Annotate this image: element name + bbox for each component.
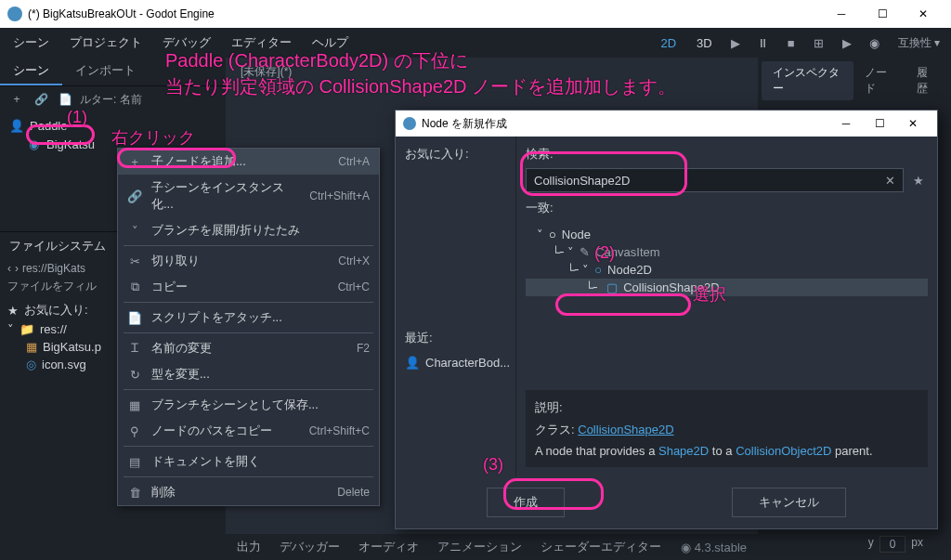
image-file-icon: ◎ [26,358,36,371]
tree-collisionshape2d[interactable]: └╴▢CollisionShape2D [526,279,928,296]
cm-change-type[interactable]: ↻ 型を変更... [118,361,379,387]
view-2d[interactable]: 2D [651,33,685,54]
plus-icon: + [127,154,142,169]
dialog-titlebar: Node を新規作成 ─ ☐ ✕ [396,111,937,137]
bottom-bar: 出力 デバッガー オーディオ アニメーション シェーダーエディター ◉ 4.3.… [226,534,758,560]
menu-bar: シーン プロジェクト デバッグ エディター ヘルプ 2D 3D ▶ ⏸ ■ ⊞ … [0,28,951,58]
class-link[interactable]: CollisionShape2D [578,423,673,436]
save-icon: ▦ [127,397,142,412]
tree-node[interactable]: ˅○Node [526,226,928,243]
menu-scene[interactable]: シーン [4,31,59,55]
cm-copy-path[interactable]: ⚲ ノードのパスをコピー Ctrl+Shift+C [118,418,379,444]
trash-icon: 🗑 [127,485,142,500]
tab-node[interactable]: ノード [853,61,905,100]
copy-icon: ⧉ [127,280,142,294]
search-label: 検索: [526,146,928,163]
cm-copy[interactable]: ⧉ コピー Ctrl+C [118,274,379,300]
coord-y-value[interactable]: 0 [879,536,906,553]
path-icon: ⚲ [127,423,142,438]
dialog-close[interactable]: ✕ [896,117,930,130]
movie-icon[interactable]: ◉ [863,33,887,53]
tab-scene[interactable]: シーン [0,58,62,85]
cursor-icon: Ꮖ [127,341,142,356]
node-paddle[interactable]: 👤 Paddle [7,116,218,135]
cm-attach-script[interactable]: 📄 スクリプトをアタッチ... [118,305,379,331]
menu-debug[interactable]: デバッグ [153,31,220,55]
recent-label: 最近: [405,330,506,346]
filter-label: ルター: 名前 [80,92,142,108]
godot-small-icon: ◉ [681,540,691,554]
tab-inspector[interactable]: インスペクター [762,61,853,100]
instance-icon: ◉ [26,137,41,151]
window-title: (*) BigKatsuBreakOUt - Godot Engine [28,7,215,20]
scene-toolbar: + 🔗 📄 ルター: 名前 [0,86,226,112]
link-icon: 🔗 [127,189,142,203]
tree-node2d[interactable]: └╴˅○Node2D [526,261,928,279]
add-node-icon[interactable]: + [7,90,26,109]
godot-logo-icon [403,117,416,130]
bottom-audio[interactable]: オーディオ [358,539,419,555]
cm-cut[interactable]: ✂ 切り取り Ctrl+X [118,248,379,274]
viewport-tab[interactable]: [未保存](*) [233,62,299,82]
back-icon[interactable]: ‹ [7,262,11,275]
chevron-down-icon: ˅ [127,223,142,238]
maximize-button[interactable]: ☐ [862,0,903,28]
script-icon: 📄 [127,310,142,325]
menu-project[interactable]: プロジェクト [60,31,151,55]
cm-instance[interactable]: 🔗 子シーンをインスタンス化... Ctrl+Shift+A [118,175,379,217]
scene-play-icon[interactable]: ▶ [835,33,859,53]
view-3d[interactable]: 3D [687,33,722,54]
star-icon: ★ [7,304,19,318]
cm-rename[interactable]: Ꮖ 名前の変更 F2 [118,335,379,361]
create-node-dialog: Node を新規作成 ─ ☐ ✕ お気に入り: 最近: 👤 CharacterB… [395,110,938,529]
create-button[interactable]: 作成 [487,488,565,517]
bottom-animation[interactable]: アニメーション [437,539,522,555]
px-label: px [911,536,923,553]
tab-import[interactable]: インポート [62,58,149,85]
forward-icon[interactable]: › [15,262,19,275]
play-icon[interactable]: ▶ [723,33,748,53]
characterbody-icon: 👤 [405,356,420,370]
minimize-button[interactable]: ─ [821,0,862,28]
pause-icon[interactable]: ⏸ [751,33,775,53]
search-input[interactable]: CollisionShape2D ✕ [526,168,904,192]
attach-script-icon[interactable]: 📄 [56,90,74,109]
godot-logo-icon [7,7,22,21]
renderer-selector[interactable]: 互換性 ▾ [891,33,947,53]
cycle-icon: ↻ [127,367,142,382]
context-menu: + 子ノードを追加... Ctrl+A 🔗 子シーンをインスタンス化... Ct… [117,148,380,506]
cm-open-docs[interactable]: ▤ ドキュメントを開く [118,449,379,475]
node-tree: ˅○Node └╴˅✎CanvasItem └╴˅○Node2D └╴▢Coll… [526,222,928,383]
star-icon[interactable]: ★ [909,174,928,188]
recent-item[interactable]: 👤 CharacterBod... [405,352,506,373]
stop-icon[interactable]: ■ [779,33,803,53]
version-label: ◉ 4.3.stable [681,540,747,554]
link-icon[interactable]: 🔗 [32,90,50,109]
book-icon: ▤ [127,454,142,469]
bottom-shader[interactable]: シェーダーエディター [541,539,661,555]
tab-history[interactable]: 履歴 [905,61,947,100]
folder-icon: 📁 [20,322,34,336]
description-box: 説明: クラス: CollisionShape2D A node that pr… [526,390,928,467]
coord-y-label: y [868,536,874,553]
remote-icon[interactable]: ⊞ [807,33,831,53]
favorites-label: お気に入り: [405,146,506,163]
cm-expand[interactable]: ˅ ブランチを展開/折りたたみ [118,217,379,243]
scissors-icon: ✂ [127,254,142,268]
cm-delete[interactable]: 🗑 削除 Delete [118,479,379,505]
bottom-output[interactable]: 出力 [237,539,261,555]
cm-add-child[interactable]: + 子ノードを追加... Ctrl+A [118,149,379,175]
tree-canvasitem[interactable]: └╴˅✎CanvasItem [526,243,928,261]
dialog-minimize[interactable]: ─ [829,117,863,130]
close-button[interactable]: ✕ [903,0,944,28]
cm-save-branch[interactable]: ▦ ブランチをシーンとして保存... [118,392,379,418]
window-titlebar: (*) BigKatsuBreakOUt - Godot Engine ─ ☐ … [0,0,951,28]
menu-help[interactable]: ヘルプ [303,31,358,55]
matches-label: 一致: [526,200,928,216]
dialog-maximize[interactable]: ☐ [863,117,896,130]
bottom-debugger[interactable]: デバッガー [280,539,340,555]
clear-icon[interactable]: ✕ [885,174,895,188]
cancel-button[interactable]: キャンセル [732,488,846,517]
menu-editor[interactable]: エディター [222,31,301,55]
dialog-title: Node を新規作成 [422,116,507,132]
